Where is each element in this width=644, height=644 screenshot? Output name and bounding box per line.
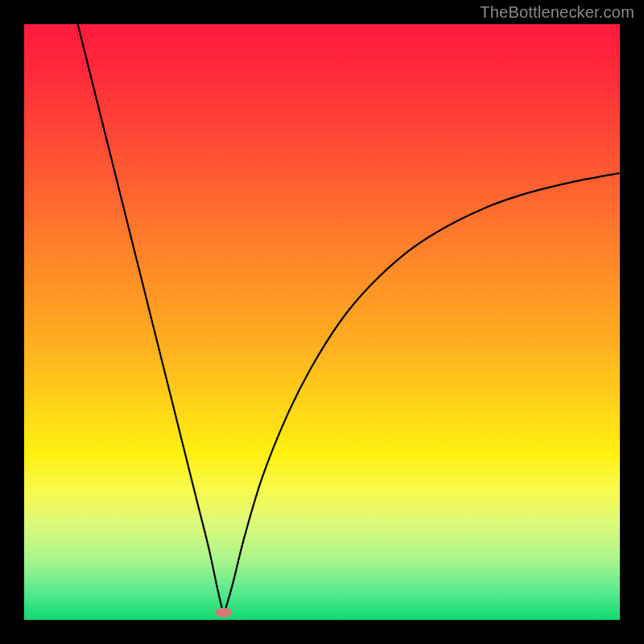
curve-svg	[24, 24, 620, 620]
curve-right-branch	[224, 173, 620, 615]
chart-stage: TheBottlenecker.com	[0, 0, 644, 644]
curve-left-branch	[78, 24, 224, 615]
watermark-text: TheBottlenecker.com	[480, 3, 634, 22]
minimum-marker	[216, 608, 232, 617]
plot-area	[24, 24, 620, 620]
